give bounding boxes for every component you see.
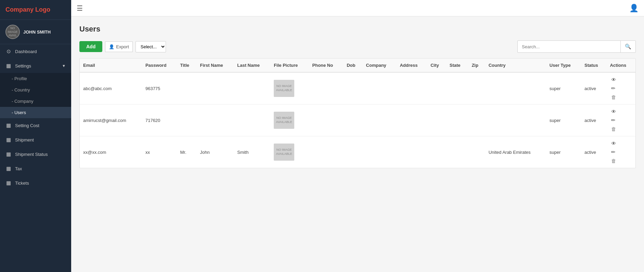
tax-icon: ▦ — [5, 165, 12, 172]
hamburger-icon[interactable]: ☰ — [77, 4, 83, 12]
sidebar-username: JOHN SMITH — [23, 29, 51, 35]
col-country: Country — [485, 59, 546, 72]
cell-dob — [343, 72, 362, 104]
sidebar-item-settings[interactable]: ▦ Settings ▼ — [0, 59, 71, 73]
shipment-icon: ▦ — [5, 137, 12, 143]
main-area: ☰ 👤 Users Add 👤 Export Select... CSV PDF… — [71, 0, 644, 272]
sidebar-user: NOIMAGEAVAIL JOHN SMITH — [0, 20, 71, 44]
cell-password: xx — [142, 136, 177, 168]
delete-button[interactable]: 🗑 — [610, 157, 618, 164]
cell-status: active — [581, 104, 607, 136]
cell-address — [396, 104, 427, 136]
cell-last-name — [234, 72, 270, 104]
cell-first-name — [196, 72, 234, 104]
add-button[interactable]: Add — [79, 41, 102, 52]
col-address: Address — [396, 59, 427, 72]
table-body: abc@abc.com 963775 NO IMAGE AVAILABLE su… — [80, 72, 635, 168]
edit-button[interactable]: ✏ — [610, 85, 617, 92]
col-state: State — [446, 59, 468, 72]
export-button[interactable]: 👤 Export — [105, 41, 133, 52]
cell-phone-no — [309, 104, 344, 136]
cell-email: amirrucst@gmail.com — [80, 104, 142, 136]
cell-company — [363, 72, 397, 104]
actions-group: 👁 ✏ 🗑 — [610, 140, 632, 164]
col-company: Company — [363, 59, 397, 72]
cell-country — [485, 104, 546, 136]
search-icon: 🔍 — [625, 44, 631, 49]
search-button[interactable]: 🔍 — [620, 41, 635, 52]
sidebar-item-users[interactable]: - Users — [0, 107, 71, 118]
shipment-status-icon: ▦ — [5, 151, 12, 157]
dashboard-icon: ⊙ — [5, 48, 12, 54]
cell-phone-no — [309, 72, 344, 104]
cell-country: United Arab Emirates — [485, 136, 546, 168]
cell-file-picture: NO IMAGE AVAILABLE — [270, 136, 309, 168]
cell-city — [427, 104, 446, 136]
edit-button[interactable]: ✏ — [610, 116, 617, 124]
export-label: Export — [116, 44, 129, 49]
col-status: Status — [581, 59, 607, 72]
sidebar-item-profile[interactable]: - Profile — [0, 73, 71, 84]
cell-company — [363, 136, 397, 168]
view-button[interactable]: 👁 — [610, 140, 618, 147]
col-phone-no: Phone No — [309, 59, 344, 72]
sidebar-item-label: Setting Cost — [15, 123, 66, 128]
delete-button[interactable]: 🗑 — [610, 94, 618, 101]
table-row: abc@abc.com 963775 NO IMAGE AVAILABLE su… — [80, 72, 635, 104]
sidebar-item-shipment[interactable]: ▦ Shipment — [0, 133, 71, 147]
cell-state — [446, 136, 468, 168]
tickets-icon: ▦ — [5, 180, 12, 186]
sidebar-item-label: Dashboard — [15, 49, 66, 54]
col-zip: Zip — [468, 59, 485, 72]
cell-password: 717620 — [142, 104, 177, 136]
sidebar-item-label: Tickets — [15, 181, 66, 186]
col-title: Title — [177, 59, 197, 72]
actions-group: 👁 ✏ 🗑 — [610, 76, 632, 101]
cell-first-name: John — [196, 136, 234, 168]
col-file-picture: File Picture — [270, 59, 309, 72]
sidebar-item-dashboard[interactable]: ⊙ Dashboard — [0, 44, 71, 59]
view-button[interactable]: 👁 — [610, 108, 618, 115]
cell-first-name — [196, 104, 234, 136]
table-row: amirrucst@gmail.com 717620 NO IMAGE AVAI… — [80, 104, 635, 136]
cell-zip — [468, 104, 485, 136]
user-menu-icon[interactable]: 👤 — [629, 4, 639, 13]
col-first-name: First Name — [196, 59, 234, 72]
cell-actions: 👁 ✏ 🗑 — [606, 136, 635, 168]
toolbar: Add 👤 Export Select... CSV PDF 🔍 — [79, 40, 636, 53]
view-button[interactable]: 👁 — [610, 76, 618, 83]
sidebar-item-tax[interactable]: ▦ Tax — [0, 161, 71, 176]
sidebar-item-tickets[interactable]: ▦ Tickets — [0, 176, 71, 190]
sidebar-nav: ⊙ Dashboard ▦ Settings ▼ - Profile - Cou… — [0, 44, 71, 272]
sidebar-item-shipment-status[interactable]: ▦ Shipment Status — [0, 147, 71, 161]
sidebar-item-country[interactable]: - Country — [0, 84, 71, 96]
sidebar-item-company[interactable]: - Company — [0, 96, 71, 107]
sidebar-item-setting-cost[interactable]: ▦ Setting Cost — [0, 118, 71, 133]
edit-button[interactable]: ✏ — [610, 148, 617, 156]
sidebar-item-label: Shipment — [15, 137, 66, 143]
cell-status: active — [581, 136, 607, 168]
col-email: Email — [80, 59, 142, 72]
cell-status: active — [581, 72, 607, 104]
sidebar-item-label: Tax — [15, 166, 66, 171]
sidebar-logo: Company Logo — [0, 0, 71, 20]
page-title: Users — [79, 25, 636, 34]
setting-cost-icon: ▦ — [5, 122, 12, 128]
cell-company — [363, 104, 397, 136]
col-city: City — [427, 59, 446, 72]
no-image-placeholder: NO IMAGE AVAILABLE — [274, 80, 294, 97]
cell-country — [485, 72, 546, 104]
col-dob: Dob — [343, 59, 362, 72]
cell-password: 963775 — [142, 72, 177, 104]
cell-address — [396, 136, 427, 168]
col-password: Password — [142, 59, 177, 72]
export-select[interactable]: Select... CSV PDF — [136, 41, 166, 52]
cell-file-picture: NO IMAGE AVAILABLE — [270, 104, 309, 136]
delete-button[interactable]: 🗑 — [610, 125, 618, 133]
content-area: Users Add 👤 Export Select... CSV PDF 🔍 — [71, 16, 644, 272]
cell-zip — [468, 72, 485, 104]
search-input[interactable] — [518, 41, 620, 52]
cell-state — [446, 104, 468, 136]
search-wrap: 🔍 — [517, 40, 636, 53]
cell-user-type: super — [546, 136, 581, 168]
